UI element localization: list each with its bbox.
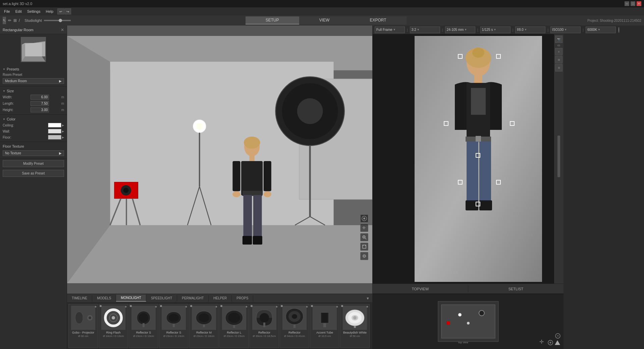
topview-viewport[interactable]: top view bbox=[373, 294, 564, 349]
pan-cross-icon[interactable]: ✛ bbox=[539, 338, 547, 346]
modify-preset-button[interactable]: Modify Preset bbox=[3, 160, 64, 167]
color-label: Color bbox=[7, 117, 15, 121]
room-preview-thumbnail[interactable] bbox=[21, 37, 46, 62]
grid-tool[interactable]: ⊞ bbox=[13, 17, 17, 24]
svg-rect-112 bbox=[446, 321, 450, 325]
room-preview-svg bbox=[22, 38, 45, 61]
menu-help[interactable]: Help bbox=[43, 9, 56, 14]
color-wheel-icon[interactable] bbox=[619, 27, 619, 33]
list-item[interactable]: ★ Reflector Ø 30cm / D 18,5cm bbox=[250, 304, 279, 348]
model-photo[interactable] bbox=[415, 36, 542, 282]
presets-header[interactable]: ▼ Presets bbox=[0, 66, 67, 72]
vertical-slider[interactable] bbox=[557, 73, 560, 281]
redo-button[interactable]: ↪ bbox=[64, 8, 71, 14]
equipment-name: Reflector S bbox=[166, 331, 181, 335]
tab-helper[interactable]: HELPER bbox=[209, 295, 232, 301]
list-item[interactable]: ★ Reflector M Ø 23cm / D 18cm bbox=[189, 304, 219, 348]
menu-edit[interactable]: Edit bbox=[13, 9, 24, 14]
setlist-label[interactable]: SETLIST bbox=[468, 286, 564, 292]
floor-swatch-arrow-icon[interactable]: ▶ bbox=[62, 136, 64, 139]
svg-rect-34 bbox=[253, 195, 262, 238]
tab-setup[interactable]: SETUP bbox=[246, 16, 299, 24]
title-bar: set.a.light 3D v2.0 ─ □ ✕ bbox=[0, 0, 644, 7]
svg-rect-82 bbox=[323, 323, 326, 327]
menu-settings[interactable]: Settings bbox=[24, 9, 43, 14]
topview-nav-arrows[interactable] bbox=[554, 340, 561, 346]
tab-timeline[interactable]: TIMELINE bbox=[67, 295, 92, 301]
studiolight-slider[interactable] bbox=[44, 20, 71, 21]
list-item[interactable]: ★ Gobo - Projector Ø 30 cm bbox=[68, 304, 98, 348]
tab-props[interactable]: PROPS bbox=[232, 295, 253, 301]
list-item[interactable]: ★ Reflector S Ø 23cm / D 13cm bbox=[159, 304, 189, 348]
list-item[interactable]: ★ Beautydish White Ø 56 cm bbox=[340, 304, 370, 348]
room-preset-dropdown[interactable]: Medium Room ▶ bbox=[3, 78, 64, 84]
iso-dropdown[interactable]: ISO100 ▼ bbox=[550, 27, 581, 33]
height-input[interactable] bbox=[31, 107, 49, 112]
list-item[interactable]: ★ Reflector Ø 34cm / D 41cm bbox=[280, 304, 309, 348]
undo-button[interactable]: ↩ bbox=[57, 8, 64, 14]
tab-permalight[interactable]: PERMALIGHT bbox=[177, 295, 209, 301]
tab-speedlight[interactable]: SPEEDLIGHT bbox=[146, 295, 177, 301]
list-item[interactable]: ★ Reflector S Ø 23cm / D 13cm bbox=[129, 304, 158, 348]
lens-dropdown[interactable]: 24-105 mm ▼ bbox=[445, 27, 475, 33]
shutter-dropdown[interactable]: 1/125 s ▼ bbox=[480, 27, 511, 33]
camera-preset-arrow-icon: ▼ bbox=[393, 28, 396, 31]
height-label: Height: bbox=[3, 108, 19, 112]
topview-label[interactable]: TOPVIEW bbox=[373, 286, 468, 292]
save-preset-button[interactable]: Save as Preset bbox=[3, 170, 64, 177]
list-item[interactable]: ★ Reflector L Ø 23cm / D 23cm bbox=[219, 304, 249, 348]
dot-icon bbox=[311, 305, 313, 307]
tab-models[interactable]: MODELS bbox=[92, 295, 116, 301]
layers-button[interactable]: ≡ bbox=[555, 48, 562, 55]
tab-monolight[interactable]: MONOLIGHT bbox=[116, 295, 146, 302]
wall-swatch-arrow-icon[interactable]: ▶ bbox=[62, 130, 64, 133]
zoom-out-button[interactable] bbox=[555, 333, 561, 340]
list-item[interactable]: ★ Accent Tube Ø 10,5 cm bbox=[310, 304, 339, 348]
kelvin-dropdown[interactable]: 6000K ▼ bbox=[586, 27, 616, 33]
floor-texture-dropdown[interactable]: No Texture ▶ bbox=[3, 150, 64, 156]
floor-color-swatch[interactable] bbox=[48, 135, 61, 140]
minimize-button[interactable]: ─ bbox=[625, 1, 629, 6]
3d-viewport[interactable]: ✛ bbox=[67, 26, 372, 294]
width-input[interactable] bbox=[31, 95, 49, 100]
color-header[interactable]: ▼ Color bbox=[0, 116, 67, 122]
equipment-thumbnail bbox=[131, 306, 156, 330]
settings-small-button[interactable]: ⚙ bbox=[555, 64, 562, 71]
zoom-button[interactable] bbox=[360, 233, 368, 241]
floor-texture-header: Floor Texture bbox=[0, 143, 67, 149]
aperture-dropdown[interactable]: f/8.0 ▼ bbox=[515, 27, 545, 33]
draw-tool[interactable]: ✏ bbox=[8, 17, 11, 24]
select-tool[interactable]: ↖ bbox=[3, 17, 6, 24]
studio-light-control: Studiolight bbox=[24, 18, 70, 22]
svg-rect-81 bbox=[322, 313, 327, 322]
star-icon: ★ bbox=[185, 305, 187, 308]
photo-icon-button[interactable]: 📷 bbox=[555, 36, 562, 43]
menu-file[interactable]: File bbox=[1, 9, 13, 14]
svg-text:top view: top view bbox=[458, 341, 468, 344]
size-header[interactable]: ▼ Size bbox=[0, 88, 67, 94]
pan-button[interactable]: ✛ bbox=[360, 224, 368, 232]
wall-color-swatch[interactable] bbox=[48, 129, 61, 134]
camera-preset-dropdown[interactable]: Full Frame ▼ bbox=[375, 27, 405, 33]
tab-export[interactable]: EXPORT bbox=[350, 16, 406, 24]
size-section: ▼ Size Width: m Length: m Height: m bbox=[0, 87, 67, 115]
tab-scroll-button[interactable]: ▼ bbox=[363, 295, 372, 302]
pen-tool[interactable]: / bbox=[19, 17, 20, 24]
ceiling-swatch-arrow-icon[interactable]: ▶ bbox=[62, 124, 64, 127]
length-input[interactable] bbox=[31, 101, 49, 106]
maximize-button[interactable]: □ bbox=[631, 1, 635, 6]
separator2: | bbox=[442, 28, 443, 32]
tools-button[interactable]: ⊞ bbox=[555, 56, 562, 63]
ceiling-color-swatch[interactable] bbox=[48, 123, 61, 128]
bottom-panel: TIMELINE MODELS MONOLIGHT SPEEDLIGHT PER… bbox=[67, 294, 372, 349]
close-button[interactable]: ✕ bbox=[637, 1, 641, 6]
svg-point-72 bbox=[228, 313, 240, 323]
zoom-in-button[interactable] bbox=[547, 340, 553, 346]
navigate-icon-button[interactable] bbox=[360, 214, 368, 222]
tab-view[interactable]: VIEW bbox=[299, 16, 350, 24]
list-item[interactable]: ★ Ring Flash Ø 18cm / D 13cm bbox=[99, 304, 128, 348]
room-close-button[interactable]: ✕ bbox=[61, 28, 64, 32]
fit-button[interactable] bbox=[360, 243, 368, 251]
settings-icon-button[interactable] bbox=[360, 252, 368, 260]
aspect-ratio-dropdown[interactable]: 3:2 ▼ bbox=[410, 27, 440, 33]
